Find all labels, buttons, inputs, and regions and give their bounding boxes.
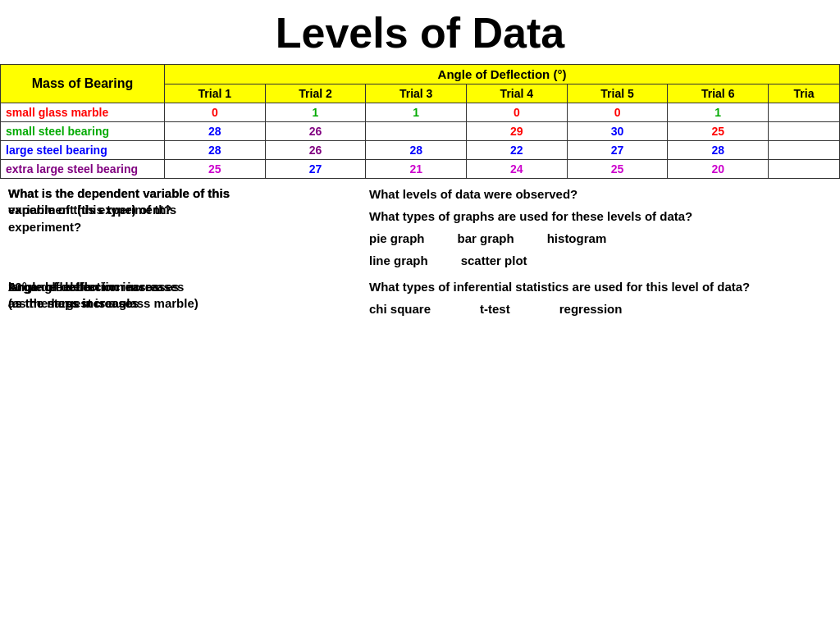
table-cell: 22 — [467, 141, 568, 160]
table-row: extra large steel bearing252721242520 — [1, 160, 840, 179]
data-table: Mass of Bearing Angle of Deflection (°) … — [0, 64, 840, 179]
table-row: large steel bearing282628222728 — [1, 141, 840, 160]
table-cell — [769, 160, 840, 179]
table-row: small glass marble011001 — [1, 103, 840, 122]
table-cell: 26 — [265, 122, 366, 141]
graph-bar: bar graph — [458, 230, 514, 249]
mass-header: Mass of Bearing — [1, 65, 165, 103]
graph-options-2: line graph scatter plot — [369, 252, 832, 271]
stat-ttest: t-test — [480, 300, 510, 319]
right-column: What levels of data were observed? What … — [369, 185, 832, 345]
table-cell: 28 — [366, 141, 467, 160]
right-q1: What levels of data were observed? — [369, 185, 832, 203]
answer-1-layer3: Angle of deflection increases as the mas… — [8, 279, 179, 313]
right-q2: What types of graphs are used for these … — [369, 208, 832, 225]
table-cell: 30 — [567, 122, 668, 141]
trial-4-header: Trial 4 — [467, 84, 568, 103]
row-label: extra large steel bearing — [1, 160, 165, 179]
table-cell: 25 — [165, 160, 266, 179]
table-cell: 26 — [265, 141, 366, 160]
trial-2-header: Trial 2 — [265, 84, 366, 103]
question-dep-var-2: What is the dependent variable of this e… — [8, 185, 230, 235]
table-cell: 20 — [668, 160, 769, 179]
graph-line: line graph — [369, 252, 428, 271]
graph-histogram: histogram — [547, 230, 607, 249]
stats-options: chi square t-test regression — [369, 300, 832, 319]
right-q3: What types of inferential statistics are… — [369, 278, 832, 295]
trial-3-header: Trial 3 — [366, 84, 467, 103]
bottom-section: What is the dependent variable of this v… — [0, 179, 840, 351]
table-cell: 27 — [265, 160, 366, 179]
table-cell: 1 — [366, 103, 467, 122]
trial-7-header: Tria — [769, 84, 840, 103]
table-cell: 24 — [467, 160, 568, 179]
left-column: What is the dependent variable of this v… — [8, 185, 353, 345]
table-cell — [769, 122, 840, 141]
graph-scatter: scatter plot — [461, 252, 527, 271]
table-cell: 1 — [265, 103, 366, 122]
graph-options: pie graph bar graph histogram — [369, 230, 832, 249]
table-cell: 21 — [366, 160, 467, 179]
table-row: small steel bearing2826293025 — [1, 122, 840, 141]
table-cell: 0 — [165, 103, 266, 122]
row-label: small steel bearing — [1, 122, 165, 141]
page-title: Levels of Data — [0, 0, 840, 64]
table-cell: 28 — [165, 141, 266, 160]
row-label: small glass marble — [1, 103, 165, 122]
table-cell: 25 — [668, 122, 769, 141]
table-cell — [769, 141, 840, 160]
stat-chi: chi square — [369, 300, 431, 319]
table-cell: 27 — [567, 141, 668, 160]
table-cell: 28 — [165, 122, 266, 141]
graph-pie: pie graph — [369, 230, 425, 249]
row-label: large steel bearing — [1, 141, 165, 160]
table-cell: 1 — [668, 103, 769, 122]
trial-6-header: Trial 6 — [668, 84, 769, 103]
table-cell: 29 — [467, 122, 568, 141]
trial-5-header: Trial 5 — [567, 84, 668, 103]
table-section: qualitative ordinal quantitative ratio M… — [0, 64, 840, 179]
table-cell: 0 — [467, 103, 568, 122]
table-cell: 0 — [567, 103, 668, 122]
angle-header: Angle of Deflection (°) — [165, 65, 840, 84]
table-cell: 25 — [567, 160, 668, 179]
table-cell — [769, 103, 840, 122]
trial-1-header: Trial 1 — [165, 84, 266, 103]
table-cell — [366, 122, 467, 141]
table-cell: 28 — [668, 141, 769, 160]
stat-regression: regression — [559, 300, 623, 319]
